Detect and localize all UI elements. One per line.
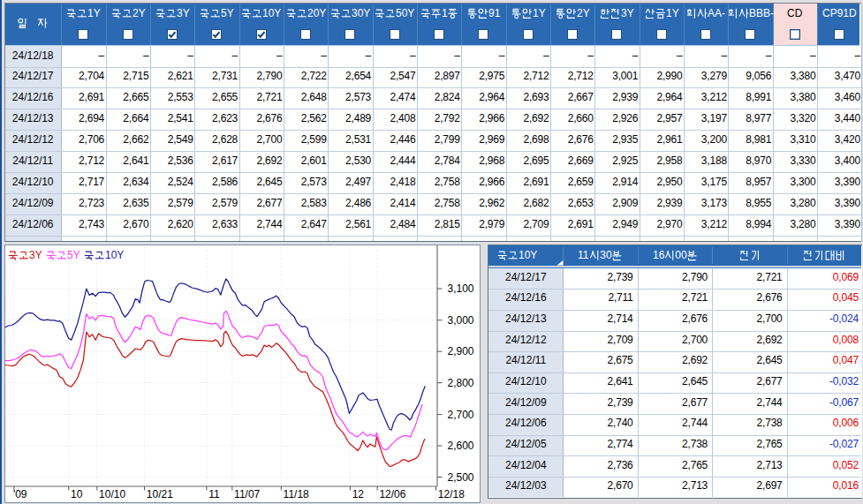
svg-text:3Y: 3Y xyxy=(621,7,634,19)
svg-text:50Y: 50Y xyxy=(396,7,414,19)
svg-text:2Y: 2Y xyxy=(577,7,590,19)
svg-text:00: 00 xyxy=(675,249,687,261)
svg-text:1Y: 1Y xyxy=(666,7,679,19)
svg-text:10Y: 10Y xyxy=(105,249,124,261)
svg-text:11: 11 xyxy=(578,249,589,261)
svg-text:CD: CD xyxy=(787,7,803,19)
svg-text:3Y: 3Y xyxy=(177,7,190,19)
svg-text:10Y: 10Y xyxy=(519,249,537,261)
svg-text:BBB-: BBB- xyxy=(749,7,774,19)
svg-text:30Y: 30Y xyxy=(352,7,370,19)
svg-text:10Y: 10Y xyxy=(262,7,281,19)
svg-text:1Y: 1Y xyxy=(87,7,101,19)
svg-text:5Y: 5Y xyxy=(67,249,80,261)
svg-text:1Y: 1Y xyxy=(533,7,546,19)
svg-text:16: 16 xyxy=(653,249,665,261)
svg-text:30: 30 xyxy=(601,249,613,261)
svg-text:CP91D: CP91D xyxy=(822,7,857,19)
svg-text:91: 91 xyxy=(488,7,501,19)
svg-text:AA-: AA- xyxy=(708,7,725,19)
svg-text:1: 1 xyxy=(442,7,448,19)
svg-text:5Y: 5Y xyxy=(221,7,234,19)
svg-text:3Y: 3Y xyxy=(29,249,42,261)
svg-text:20Y: 20Y xyxy=(307,7,326,19)
svg-text:2Y: 2Y xyxy=(132,7,146,19)
